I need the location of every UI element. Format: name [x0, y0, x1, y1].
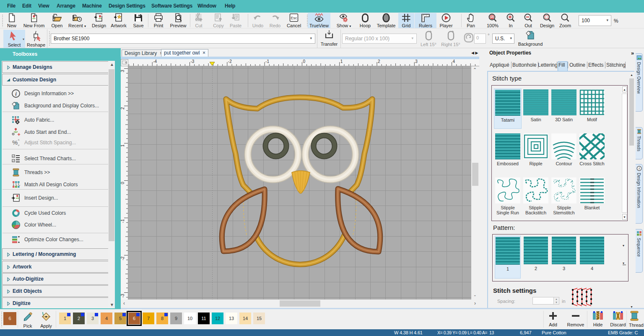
svg-text:1: 1: [491, 15, 493, 19]
svg-text:1: 1: [340, 59, 343, 64]
svg-text:3: 3: [121, 70, 125, 72]
svg-text:0: 0: [121, 182, 125, 184]
svg-text:2: 2: [121, 107, 125, 109]
svg-text:-2: -2: [228, 59, 232, 64]
svg-text:-2: -2: [121, 256, 125, 260]
svg-text:Esc: Esc: [291, 16, 297, 20]
svg-text:1: 1: [121, 144, 125, 147]
svg-text:-4: -4: [153, 59, 157, 64]
svg-text:3: 3: [415, 59, 418, 64]
svg-text:-3: -3: [191, 59, 195, 64]
svg-text:-1: -1: [265, 59, 269, 64]
svg-text:i: i: [15, 91, 17, 97]
svg-text:4: 4: [453, 59, 455, 64]
svg-text:0: 0: [303, 59, 305, 64]
svg-text:2: 2: [378, 59, 380, 64]
svg-text:-1: -1: [121, 219, 125, 223]
svg-text:-3: -3: [121, 294, 125, 297]
svg-text:%: %: [12, 139, 18, 146]
